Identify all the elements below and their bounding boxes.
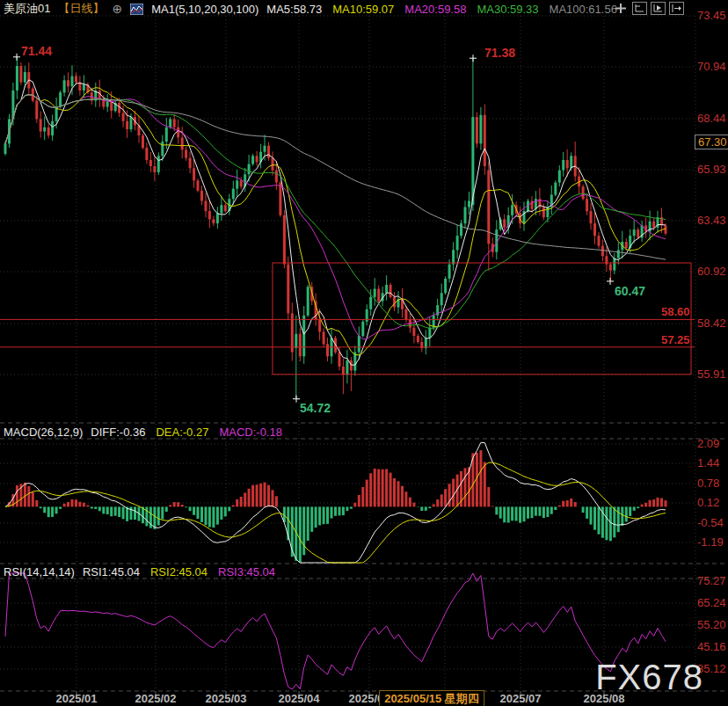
candle-body	[32, 89, 34, 101]
candle-body	[145, 148, 148, 160]
candle-body	[19, 66, 22, 83]
candle-body	[586, 199, 588, 211]
candle-body	[189, 158, 192, 169]
ma20-value: MA20:59.58	[404, 3, 466, 16]
candle-body	[562, 160, 564, 171]
candle-body	[428, 328, 431, 338]
candle-body	[652, 222, 655, 228]
candle-body	[157, 156, 160, 172]
candle-body	[236, 180, 238, 188]
ma-settings-label[interactable]: MA1(5,10,20,30,100)	[151, 3, 258, 16]
candle-body	[385, 285, 388, 293]
candle-body	[122, 113, 125, 121]
candle-body	[412, 328, 415, 336]
candle-body	[197, 180, 200, 191]
candle-body	[633, 229, 636, 236]
symbol-name: 美原油01	[4, 1, 50, 17]
main-header: 美原油01 【日线】 ⊕ MA1(5,10,20,30,100) MA5:58.…	[4, 1, 617, 17]
candle-body	[302, 316, 305, 357]
chart-app: 美原油01 【日线】 ⊕ MA1(5,10,20,30,100) MA5:58.…	[0, 0, 728, 706]
candle-body	[16, 66, 18, 91]
axis-scale-left-icon[interactable]	[632, 2, 647, 15]
candle-body	[460, 223, 462, 236]
candle-body	[369, 297, 372, 309]
candle-body	[444, 279, 447, 293]
rsi-line	[5, 573, 666, 689]
candle-body	[169, 120, 171, 127]
ma-values: MA5:58.73MA10:59.07MA20:59.58MA30:59.33M…	[266, 3, 617, 16]
ma-line-30	[5, 95, 666, 329]
period-selector[interactable]: 【日线】	[58, 1, 104, 17]
candle-body	[216, 214, 219, 224]
pan-icon[interactable]	[614, 2, 629, 15]
candle-body	[323, 331, 325, 344]
candle-body	[374, 289, 376, 297]
candle-body	[142, 135, 144, 148]
candle-body	[275, 171, 278, 183]
chart-type-icon[interactable]	[130, 4, 143, 15]
candle-body	[212, 219, 215, 223]
macd-values: DIFF:-0.36DEA:-0.27MACD:-0.18	[91, 426, 282, 439]
candle-body	[476, 117, 478, 143]
candle-body	[35, 101, 38, 120]
candle-body	[71, 76, 74, 87]
candle-body	[67, 80, 69, 86]
candle-body	[393, 297, 396, 308]
candle-body	[404, 309, 407, 320]
candle-body	[601, 246, 604, 257]
candle-body	[177, 127, 179, 138]
candle-body	[598, 236, 601, 246]
candle-body	[425, 338, 427, 348]
macd-macd-value: MACD:-0.18	[219, 426, 282, 439]
ma-line-10	[5, 88, 666, 355]
candle-body	[248, 164, 251, 175]
rsi2-value: RSI2:45.04	[150, 565, 207, 579]
candle-body	[448, 265, 451, 279]
rsi-title[interactable]: RSI(14,14,14)	[4, 565, 75, 579]
candle-body	[185, 149, 187, 157]
candle-body	[287, 265, 289, 314]
ma10-value: MA10:59.07	[332, 3, 394, 16]
candle-body	[326, 344, 329, 356]
candle-body	[542, 207, 545, 218]
candle-body	[637, 229, 639, 237]
candle-body	[339, 353, 341, 367]
candle-body	[295, 334, 297, 348]
ma5-value: MA5:58.73	[266, 3, 322, 16]
macd-title[interactable]: MACD(26,12,9)	[4, 426, 83, 439]
candle-body	[149, 160, 152, 166]
candle-body	[468, 201, 470, 207]
candle-body	[511, 205, 513, 215]
candle-body	[440, 293, 443, 305]
watermark: FX678	[595, 658, 703, 697]
candle-body	[479, 115, 482, 144]
candle-body	[240, 180, 243, 186]
candle-body	[208, 211, 211, 219]
candle-body	[342, 367, 345, 375]
candle-body	[570, 156, 572, 168]
candle-body	[283, 215, 286, 265]
candle-body	[452, 250, 455, 264]
macd-dea-value: DEA:-0.27	[156, 426, 208, 439]
candle-body	[153, 166, 156, 172]
chart-canvas[interactable]	[0, 0, 728, 706]
candle-body	[272, 158, 274, 171]
rsi1-value: RSI1:45.04	[83, 565, 140, 579]
candle-body	[546, 207, 549, 218]
candle-body	[264, 146, 266, 152]
candle-body	[256, 156, 258, 162]
candle-body	[63, 80, 66, 92]
candle-body	[47, 127, 50, 135]
pan-right-icon[interactable]	[669, 2, 684, 15]
candle-body	[181, 137, 184, 149]
axis-scale-right-icon[interactable]	[651, 2, 666, 15]
candle-body	[59, 92, 62, 106]
candle-body	[484, 115, 486, 166]
candle-body	[503, 219, 506, 227]
candle-body	[130, 117, 133, 129]
candle-body	[173, 120, 176, 127]
candle-body	[417, 336, 419, 342]
candle-body	[617, 250, 620, 258]
ma30-value: MA30:59.33	[477, 3, 538, 16]
crosshair-toggle-icon[interactable]: ⊕	[112, 3, 122, 15]
